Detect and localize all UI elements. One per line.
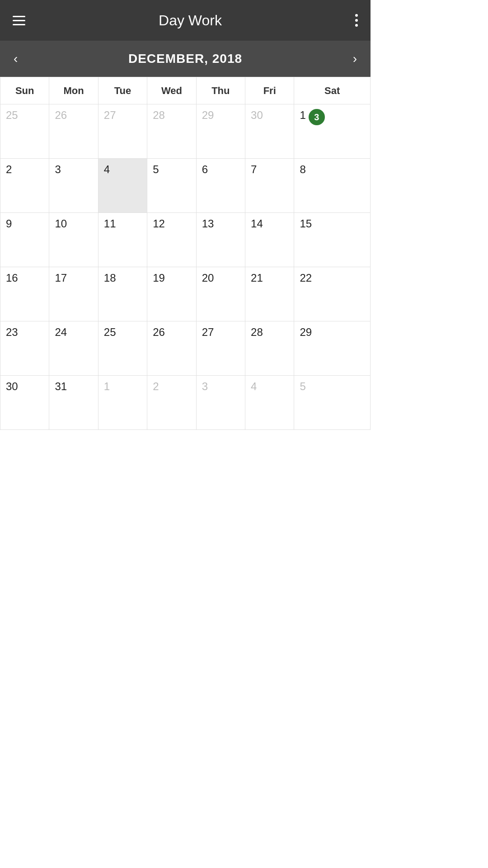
calendar-day-cell[interactable]: 11 (98, 213, 147, 267)
day-number: 3 (55, 163, 61, 176)
calendar-day-cell[interactable]: 22 (294, 267, 371, 321)
calendar-day-cell[interactable]: 28 (245, 321, 294, 376)
calendar-day-cell[interactable]: 1 (98, 376, 147, 430)
calendar-body: 2526272829301323456789101112131415161718… (0, 104, 371, 430)
weekday-header-wed: Wed (147, 77, 196, 104)
calendar-day-cell[interactable]: 13 (294, 104, 371, 159)
day-number: 10 (55, 217, 67, 230)
day-number: 5 (153, 163, 159, 176)
calendar-day-cell[interactable]: 20 (196, 267, 245, 321)
day-number: 24 (55, 326, 67, 339)
app-bar: Day Work (0, 0, 371, 41)
calendar-day-cell[interactable]: 8 (294, 159, 371, 213)
day-number: 22 (300, 272, 312, 284)
day-number: 5 (300, 380, 305, 393)
day-number: 4 (251, 380, 257, 393)
calendar-day-cell[interactable]: 25 (0, 104, 49, 159)
calendar-day-cell[interactable]: 6 (196, 159, 245, 213)
month-year-label: DECEMBER, 2018 (128, 52, 242, 66)
day-number: 17 (55, 272, 67, 284)
month-navigation: ‹ DECEMBER, 2018 › (0, 41, 371, 77)
calendar-day-cell[interactable]: 15 (294, 213, 371, 267)
day-number: 14 (251, 217, 263, 230)
prev-month-button[interactable]: ‹ (9, 47, 22, 71)
calendar-day-cell[interactable]: 21 (245, 267, 294, 321)
calendar-day-cell[interactable]: 30 (245, 104, 294, 159)
day-number: 4 (104, 163, 110, 176)
day-number: 8 (300, 163, 305, 176)
day-number: 26 (55, 109, 67, 122)
app-title: Day Work (159, 12, 222, 29)
calendar-week-row: 2345678 (0, 159, 371, 213)
calendar-day-cell[interactable]: 30 (0, 376, 49, 430)
calendar-day-cell[interactable]: 31 (49, 376, 98, 430)
calendar-day-cell[interactable]: 14 (245, 213, 294, 267)
day-number: 29 (300, 326, 312, 339)
calendar-day-cell[interactable]: 4 (98, 159, 147, 213)
calendar-day-cell[interactable]: 29 (294, 321, 371, 376)
day-number: 16 (6, 272, 18, 284)
calendar-week-row: 25262728293013 (0, 104, 371, 159)
day-number: 15 (300, 217, 312, 230)
calendar-day-cell[interactable]: 23 (0, 321, 49, 376)
calendar-day-cell[interactable]: 7 (245, 159, 294, 213)
calendar-day-cell[interactable]: 25 (98, 321, 147, 376)
day-number: 23 (6, 326, 18, 339)
calendar-day-cell[interactable]: 13 (196, 213, 245, 267)
calendar-day-cell[interactable]: 4 (245, 376, 294, 430)
hamburger-menu-button[interactable] (9, 12, 29, 29)
weekday-header-tue: Tue (98, 77, 147, 104)
day-number: 28 (153, 109, 165, 122)
calendar-day-cell[interactable]: 3 (49, 159, 98, 213)
calendar-day-cell[interactable]: 10 (49, 213, 98, 267)
day-number: 25 (104, 326, 116, 339)
day-number: 2 (6, 163, 12, 176)
event-count-badge: 3 (309, 109, 325, 125)
calendar-week-row: 303112345 (0, 376, 371, 430)
calendar-day-cell[interactable]: 26 (49, 104, 98, 159)
calendar-day-cell[interactable]: 5 (147, 159, 196, 213)
day-number: 19 (153, 272, 165, 284)
calendar-day-cell[interactable]: 18 (98, 267, 147, 321)
day-number: 13 (202, 217, 214, 230)
day-number: 25 (6, 109, 18, 122)
day-number: 27 (104, 109, 116, 122)
calendar-table: SunMonTueWedThuFriSat 252627282930132345… (0, 77, 371, 430)
weekday-header-fri: Fri (245, 77, 294, 104)
day-number: 12 (153, 217, 165, 230)
day-number: 31 (55, 380, 67, 393)
next-month-button[interactable]: › (348, 47, 361, 71)
day-number: 11 (104, 217, 116, 230)
calendar-day-cell[interactable]: 28 (147, 104, 196, 159)
calendar-day-cell[interactable]: 16 (0, 267, 49, 321)
calendar-day-cell[interactable]: 26 (147, 321, 196, 376)
weekday-header-row: SunMonTueWedThuFriSat (0, 77, 371, 104)
calendar-day-cell[interactable]: 5 (294, 376, 371, 430)
day-number: 28 (251, 326, 263, 339)
day-number: 29 (202, 109, 214, 122)
weekday-header-mon: Mon (49, 77, 98, 104)
calendar-day-cell[interactable]: 2 (0, 159, 49, 213)
weekday-header-thu: Thu (196, 77, 245, 104)
calendar-day-cell[interactable]: 19 (147, 267, 196, 321)
calendar-day-cell[interactable]: 29 (196, 104, 245, 159)
day-number: 9 (6, 217, 12, 230)
calendar-day-cell[interactable]: 9 (0, 213, 49, 267)
calendar-day-cell[interactable]: 12 (147, 213, 196, 267)
calendar-day-cell[interactable]: 24 (49, 321, 98, 376)
weekday-header-sun: Sun (0, 77, 49, 104)
more-options-button[interactable] (352, 10, 361, 30)
day-number: 3 (202, 380, 208, 393)
calendar-week-row: 23242526272829 (0, 321, 371, 376)
day-number: 30 (251, 109, 263, 122)
day-number: 2 (153, 380, 159, 393)
day-number: 30 (6, 380, 18, 393)
day-number: 21 (251, 272, 263, 284)
day-number: 6 (202, 163, 208, 176)
calendar-day-cell[interactable]: 3 (196, 376, 245, 430)
calendar-day-cell[interactable]: 27 (98, 104, 147, 159)
day-number: 26 (153, 326, 165, 339)
calendar-day-cell[interactable]: 17 (49, 267, 98, 321)
calendar-day-cell[interactable]: 2 (147, 376, 196, 430)
calendar-day-cell[interactable]: 27 (196, 321, 245, 376)
